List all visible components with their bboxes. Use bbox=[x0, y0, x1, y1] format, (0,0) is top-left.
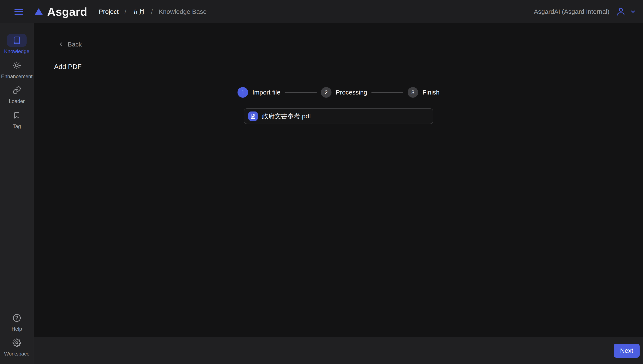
sun-icon bbox=[7, 59, 27, 72]
next-button[interactable]: Next bbox=[614, 344, 639, 358]
sidebar-item-enhancement[interactable]: Enhancement bbox=[0, 59, 34, 80]
breadcrumb: Project / 五月 / Knowledge Base bbox=[99, 8, 206, 16]
breadcrumb-item-workspace[interactable]: 五月 bbox=[132, 8, 145, 16]
step-connector bbox=[371, 92, 403, 92]
sidebar-item-knowledge[interactable]: Knowledge bbox=[0, 34, 34, 54]
link-icon bbox=[7, 84, 27, 97]
bookmark-icon bbox=[7, 109, 27, 122]
breadcrumb-item-project[interactable]: Project bbox=[99, 8, 118, 15]
gear-icon bbox=[7, 336, 27, 349]
chevron-down-icon[interactable] bbox=[630, 8, 636, 15]
sidebar-item-label: Enhancement bbox=[1, 74, 33, 80]
file-item[interactable]: 政府文書参考.pdf bbox=[244, 108, 433, 124]
page-title: Add PDF bbox=[54, 63, 82, 71]
step-import-file: 1 Import file bbox=[238, 87, 281, 98]
step-number-badge: 1 bbox=[238, 87, 248, 98]
sidebar-item-workspace[interactable]: Workspace bbox=[0, 336, 34, 357]
breadcrumb-separator: / bbox=[125, 8, 126, 15]
document-icon bbox=[248, 112, 258, 121]
sidebar-item-label: Workspace bbox=[4, 351, 30, 357]
logo-text: Asgard bbox=[47, 6, 87, 18]
back-label: Back bbox=[68, 41, 82, 48]
sidebar-item-tag[interactable]: Tag bbox=[0, 109, 34, 129]
sidebar-bottom-group: Help Workspace bbox=[0, 312, 34, 364]
stepper: 1 Import file 2 Processing 3 Finish bbox=[238, 87, 440, 98]
footer-bar: Next bbox=[34, 337, 643, 364]
account-label: AsgardAI (Asgard Internal) bbox=[534, 8, 609, 15]
menu-icon[interactable] bbox=[15, 9, 23, 15]
app-header: Asgard Project / 五月 / Knowledge Base Asg… bbox=[0, 0, 643, 23]
sidebar: Knowledge Enhancement Loa bbox=[0, 23, 34, 364]
breadcrumb-separator: / bbox=[151, 8, 153, 15]
help-circle-icon bbox=[7, 312, 27, 324]
logo-triangle-icon bbox=[34, 8, 43, 16]
step-connector bbox=[285, 92, 317, 92]
user-icon[interactable] bbox=[616, 7, 625, 16]
main-content: Back Add PDF 1 Import file 2 Processing … bbox=[34, 23, 643, 337]
sidebar-item-label: Help bbox=[12, 326, 22, 332]
app-logo[interactable]: Asgard bbox=[34, 6, 87, 18]
step-processing: 2 Processing bbox=[321, 87, 367, 98]
app-window: Asgard Project / 五月 / Knowledge Base Asg… bbox=[0, 0, 643, 364]
step-number-badge: 3 bbox=[408, 87, 418, 98]
step-label: Finish bbox=[422, 89, 440, 96]
breadcrumb-item-current: Knowledge Base bbox=[159, 8, 207, 15]
step-number-badge: 2 bbox=[321, 87, 331, 98]
file-name: 政府文書参考.pdf bbox=[262, 112, 311, 121]
sidebar-item-label: Tag bbox=[13, 124, 21, 129]
sidebar-item-help[interactable]: Help bbox=[0, 312, 34, 332]
step-finish: 3 Finish bbox=[408, 87, 440, 98]
sidebar-item-label: Loader bbox=[9, 98, 25, 104]
chevron-left-icon bbox=[58, 42, 64, 47]
step-label: Import file bbox=[252, 89, 281, 96]
book-icon bbox=[7, 34, 27, 47]
sidebar-item-label: Knowledge bbox=[4, 48, 30, 54]
step-label: Processing bbox=[336, 89, 367, 96]
back-button[interactable]: Back bbox=[58, 41, 82, 48]
header-account-area: AsgardAI (Asgard Internal) bbox=[534, 7, 643, 16]
sidebar-item-loader[interactable]: Loader bbox=[0, 84, 34, 104]
